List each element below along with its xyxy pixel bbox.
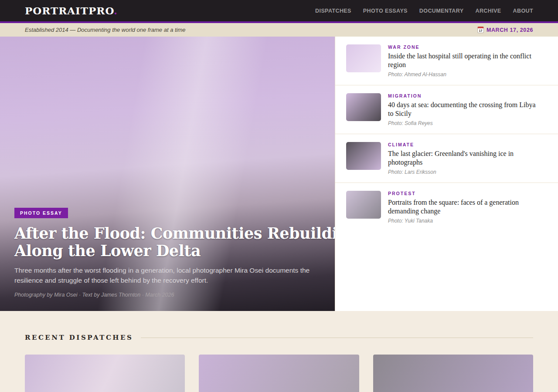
- sidebar-credit: Photo: Ahmed Al-Hassan: [388, 71, 541, 78]
- sidebar-thumbnail: [346, 44, 381, 72]
- sidebar-thumbnail: [346, 93, 381, 121]
- sidebar-title[interactable]: 40 days at sea: documenting the crossing…: [388, 101, 541, 118]
- sidebar-item-protest[interactable]: PROTEST Portraits from the square: faces…: [335, 183, 558, 232]
- sidebar-credit: Photo: Sofia Reyes: [388, 120, 541, 126]
- sidebar-item-migration[interactable]: MIGRATION 40 days at sea: documenting th…: [335, 85, 558, 134]
- sidebar-category: PROTEST: [388, 191, 541, 196]
- brand-name: PORTRAITPRO: [25, 5, 114, 17]
- sidebar-category: MIGRATION: [388, 93, 541, 98]
- sidebar-title[interactable]: The last glacier: Greenland's vanishing …: [388, 149, 541, 167]
- sidebar-category: WAR ZONE: [388, 44, 541, 50]
- top-nav: PORTRAITPRO. DISPATCHES PHOTO ESSAYS DOC…: [0, 0, 558, 23]
- sidebar-title[interactable]: Portraits from the square: faces of a ge…: [388, 198, 541, 216]
- recent-dispatches-section: RECENT DISPATCHES: [0, 311, 558, 390]
- section-rule: [141, 338, 533, 338]
- sidebar: WAR ZONE Inside the last hospital still …: [335, 37, 558, 311]
- hero-title[interactable]: After the Flood: Communities Rebuilding …: [14, 225, 311, 260]
- sidebar-thumbnail: [346, 142, 381, 170]
- nav-item-documentary[interactable]: DOCUMENTARY: [419, 8, 464, 14]
- brand-dot: .: [114, 5, 118, 17]
- hero-byline: Photography by Mira Osei · Text by James…: [14, 292, 311, 298]
- hero-subtitle: Three months after the worst flooding in…: [14, 265, 311, 285]
- nav-item-about[interactable]: ABOUT: [513, 8, 533, 14]
- sidebar-item-climate[interactable]: CLIMATE The last glacier: Greenland's va…: [335, 134, 558, 183]
- section-title: RECENT DISPATCHES: [25, 334, 133, 341]
- nav-item-photo-essays[interactable]: PHOTO ESSAYS: [363, 8, 408, 14]
- date-display: 17 MARCH 17, 2026: [477, 27, 533, 33]
- dispatch-card-2[interactable]: [199, 355, 359, 392]
- sidebar-item-text: MIGRATION 40 days at sea: documenting th…: [388, 93, 541, 134]
- brand-logo[interactable]: PORTRAITPRO.: [25, 5, 118, 17]
- photo-essay-badge: PHOTO ESSAY: [14, 208, 68, 218]
- hero-title-line-1: After the Flood: Communities Rebuilding: [14, 225, 311, 242]
- sidebar-item-text: CLIMATE The last glacier: Greenland's va…: [388, 142, 541, 182]
- tagline-bar: Established 2014 — Documenting the world…: [0, 23, 558, 37]
- sidebar-item-text: PROTEST Portraits from the square: faces…: [388, 191, 541, 232]
- sidebar-credit: Photo: Yuki Tanaka: [388, 218, 541, 224]
- hero-title-line-2: Along the Lower Delta: [14, 242, 311, 260]
- nav-item-archive[interactable]: ARCHIVE: [475, 8, 501, 14]
- primary-nav: DISPATCHES PHOTO ESSAYS DOCUMENTARY ARCH…: [315, 8, 533, 14]
- nav-item-dispatches[interactable]: DISPATCHES: [315, 8, 351, 14]
- sidebar-credit: Photo: Lars Eriksson: [388, 169, 541, 175]
- hero-article[interactable]: PHOTO ESSAY After the Flood: Communities…: [0, 37, 335, 311]
- section-header: RECENT DISPATCHES: [25, 334, 533, 341]
- sidebar-item-text: WAR ZONE Inside the last hospital still …: [388, 44, 541, 85]
- main-content: PHOTO ESSAY After the Flood: Communities…: [0, 37, 558, 311]
- sidebar-thumbnail: [346, 191, 381, 219]
- tagline-text: Established 2014 — Documenting the world…: [25, 27, 186, 33]
- dispatch-cards: [25, 355, 533, 392]
- calendar-icon: 17: [477, 27, 484, 33]
- dispatch-card-1[interactable]: [25, 355, 185, 392]
- sidebar-title[interactable]: Inside the last hospital still operating…: [388, 52, 541, 69]
- current-date: MARCH 17, 2026: [487, 27, 533, 33]
- dispatch-card-3[interactable]: [373, 355, 533, 392]
- sidebar-category: CLIMATE: [388, 142, 541, 147]
- sidebar-item-war-zone[interactable]: WAR ZONE Inside the last hospital still …: [335, 37, 558, 85]
